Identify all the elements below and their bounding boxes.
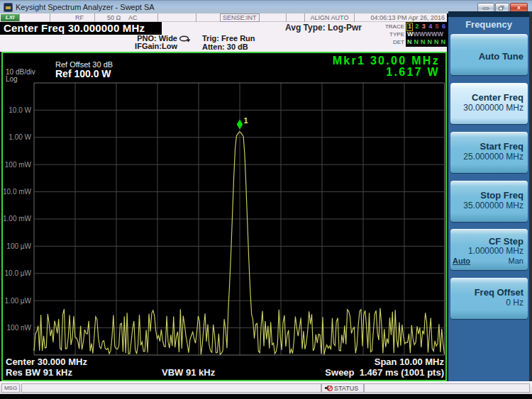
det-row-label: DET [379, 39, 404, 46]
active-function-display: Center Freq 30.000000 MHz [0, 22, 162, 35]
speaker-muted-icon [324, 384, 333, 392]
cf-step-auto[interactable]: Auto [453, 257, 470, 265]
softkey-auto-tune[interactable]: Auto Tune [450, 34, 528, 75]
status-indicator[interactable]: STATUS [321, 383, 364, 393]
y-label-6: 10.0 µW [3, 269, 31, 277]
sidebar-top-strip [448, 11, 529, 17]
message-bar: MSG STATUS [0, 381, 532, 394]
trace-plot: 1 [3, 53, 445, 380]
softkey-freq-offset[interactable]: Freq Offset 0 Hz [450, 278, 528, 319]
footer-span: Span 10.00 MHz [375, 357, 444, 367]
status-strip: LXI RF 50 Ω AC SENSE:INT ALIGN AUTO 04:0… [0, 13, 447, 22]
coupling-indicator: AC [128, 13, 138, 22]
menu-title: Frequency [448, 17, 529, 33]
y-label-1: 1.00 W [3, 133, 31, 141]
bottom-black-strip [0, 394, 532, 399]
annotation-header: Center Freq 30.000000 MHz PNO: Wide IFGa… [0, 22, 447, 52]
y-label-0: 10.0 W [3, 106, 31, 114]
y-label-5: 100 µW [3, 242, 31, 250]
softkey-center-freq[interactable]: Center Freq 30.000000 MHz [450, 83, 528, 124]
footer-sweep: Sweep 1.467 ms (1001 pts) [325, 368, 444, 378]
rf-indicator: RF [50, 13, 95, 22]
type-row-label: TYPE [379, 31, 404, 38]
softkey-start-freq[interactable]: Start Freq 25.000000 MHz [450, 132, 528, 173]
softkey-stop-freq[interactable]: Stop Freq 35.000000 MHz [450, 181, 528, 222]
impedance-indicator: 50 Ω [107, 13, 121, 22]
cf-step-man[interactable]: Man [509, 257, 523, 265]
trace-1 [34, 132, 445, 355]
app-icon [4, 3, 13, 12]
atten-annotation: Atten: 30 dB [202, 43, 255, 51]
softkey-cf-step[interactable]: CF Step 1.000000 MHz Auto Man [450, 229, 528, 270]
y-label-8: 100 nW [3, 324, 31, 332]
y-label-4: 1.00 mW [3, 215, 31, 223]
restore-icon [499, 6, 503, 10]
trace-status-box: 123456 WWWWWW NNNNNN [406, 22, 447, 47]
minimize-icon [483, 7, 489, 9]
trace-types: WWWWWW [407, 30, 445, 38]
status-area-right [364, 383, 530, 393]
softkey-menu: Frequency Auto Tune Center Freq 30.00000… [448, 11, 532, 381]
ifgain-annotation: IFGain:Low [99, 43, 177, 50]
message-area [21, 383, 321, 393]
close-icon: x [517, 5, 520, 11]
marker-1-diamond[interactable] [237, 120, 243, 130]
trace-numbers: 123456 [407, 23, 445, 30]
msg-indicator[interactable]: MSG [1, 383, 20, 393]
ref-level-annotation: Ref 100.0 W [55, 68, 111, 79]
spectrum-display: 1 10 dB/div Log Ref Offset 30 dB Ref 100… [1, 52, 447, 381]
y-label-7: 1.00 µW [3, 297, 31, 305]
pno-loop-icon [179, 35, 191, 43]
datetime-display: 04:06:13 PM Apr 26, 2016 [355, 13, 447, 22]
marker-1-label: 1 [244, 116, 248, 125]
align-indicator: ALIGN AUTO [305, 13, 355, 22]
y-label-3: 10.0 mW [3, 188, 31, 196]
trigger-annotation: Trig: Free Run [202, 34, 255, 43]
footer-rbw: Res BW 91 kHz [6, 368, 72, 378]
trace-row-label: TRACE [379, 23, 404, 30]
y-label-2: 100 mW [3, 161, 31, 169]
scale-type-annotation: Log [6, 75, 18, 83]
trace-detectors: NNNNNN [407, 38, 445, 46]
avg-type-annotation: Avg Type: Log-Pwr [285, 23, 362, 33]
footer-center-freq: Center 30.000 MHz [6, 357, 87, 367]
marker-readout-amp: 1.617 W [386, 66, 440, 79]
footer-vbw: VBW 91 kHz [162, 368, 215, 378]
sense-indicator: SENSE:INT [220, 13, 260, 22]
window-title: Keysight Spectrum Analyzer - Swept SA [16, 3, 155, 11]
